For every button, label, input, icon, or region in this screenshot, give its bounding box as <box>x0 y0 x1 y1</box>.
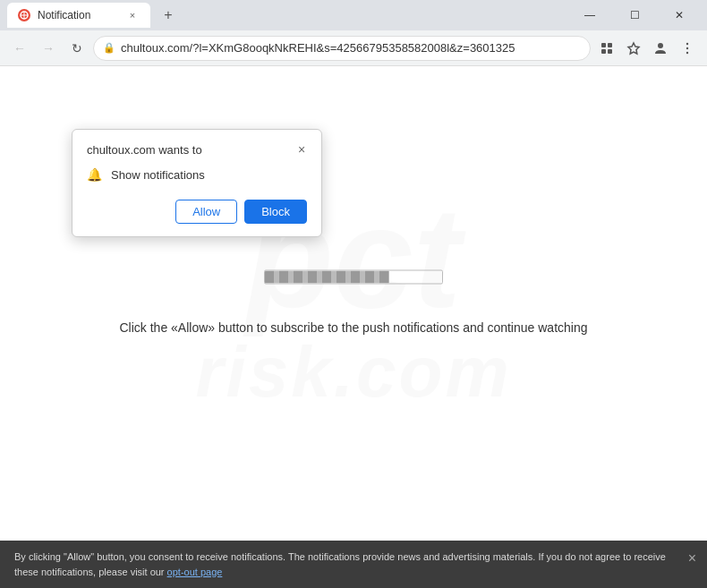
nav-bar: ← → ↻ 🔒 chultoux.com/?l=XKmG8ooqkNkREHI&… <box>0 30 707 66</box>
progress-bar-fill <box>265 271 389 284</box>
lock-icon: 🔒 <box>103 42 115 54</box>
maximize-button[interactable]: ☐ <box>614 3 655 28</box>
bell-icon: 🔔 <box>87 167 102 182</box>
url-text: chultoux.com/?l=XKmG8ooqkNkREHI&s=425667… <box>121 41 515 55</box>
minimize-button[interactable]: — <box>569 3 610 28</box>
forward-button[interactable]: → <box>36 36 61 61</box>
browser-tab[interactable]: Notification × <box>7 3 150 28</box>
bookmark-button[interactable] <box>621 36 646 61</box>
refresh-button[interactable]: ↻ <box>64 36 89 61</box>
browser-content: pct risk.com Click the «Allow» button to… <box>0 66 707 588</box>
page-message: Click the «Allow» button to subscribe to… <box>120 319 588 337</box>
block-button[interactable]: Block <box>244 200 307 224</box>
allow-button[interactable]: Allow <box>175 200 237 224</box>
close-button[interactable]: ✕ <box>659 3 700 28</box>
svg-point-9 <box>686 42 688 44</box>
title-bar: Notification × + — ☐ ✕ <box>0 0 707 30</box>
popup-header: chultoux.com wants to × <box>72 130 321 164</box>
svg-point-11 <box>686 51 688 53</box>
svg-point-8 <box>658 43 663 48</box>
tab-favicon <box>18 9 30 21</box>
banner-text: By clicking "Allow" button, you consent … <box>14 551 666 577</box>
popup-actions: Allow Block <box>72 192 321 236</box>
nav-right-buttons <box>594 36 700 61</box>
svg-rect-5 <box>601 49 606 54</box>
bottom-banner: By clicking "Allow" button, you consent … <box>0 541 707 588</box>
new-tab-button[interactable]: + <box>156 3 181 28</box>
progress-bar <box>264 270 443 285</box>
account-button[interactable] <box>648 36 673 61</box>
window-controls: — ☐ ✕ <box>569 3 700 28</box>
extensions-button[interactable] <box>594 36 619 61</box>
svg-rect-4 <box>608 43 612 47</box>
tab-label: Notification <box>38 9 90 21</box>
back-button[interactable]: ← <box>7 36 32 61</box>
title-bar-left: Notification × + <box>7 3 569 28</box>
svg-marker-7 <box>628 43 639 54</box>
address-bar[interactable]: 🔒 chultoux.com/?l=XKmG8ooqkNkREHI&s=4256… <box>93 36 591 61</box>
svg-point-10 <box>686 47 688 48</box>
tab-close-button[interactable]: × <box>125 8 140 22</box>
popup-body: 🔔 Show notifications <box>72 164 321 192</box>
opt-out-link[interactable]: opt-out page <box>167 567 223 577</box>
popup-close-button[interactable]: × <box>293 141 311 158</box>
notification-popup: chultoux.com wants to × 🔔 Show notificat… <box>72 129 322 237</box>
page-content: pct risk.com Click the «Allow» button to… <box>0 66 707 541</box>
popup-permission-text: Show notifications <box>111 168 205 182</box>
svg-rect-6 <box>608 49 612 54</box>
banner-close-button[interactable]: × <box>688 548 696 569</box>
svg-rect-3 <box>601 43 606 47</box>
menu-button[interactable] <box>675 36 700 61</box>
popup-title: chultoux.com wants to <box>87 143 202 157</box>
